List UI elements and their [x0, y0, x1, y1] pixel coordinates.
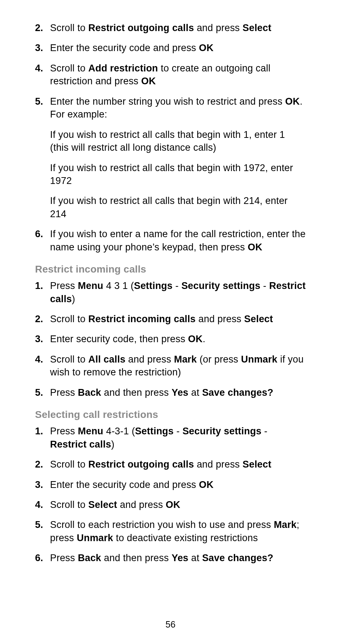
- text: to deactivate existing restrictions: [113, 533, 258, 543]
- bold-text: Select: [244, 314, 273, 324]
- text: -: [260, 280, 269, 291]
- bold-text: Save changes?: [202, 553, 273, 563]
- list-item-number: 5.: [35, 386, 50, 399]
- paragraph: If you wish to restrict all calls that b…: [50, 128, 306, 154]
- list-item-body: Scroll to Add restriction to create an o…: [50, 62, 306, 88]
- bold-text: OK: [166, 499, 181, 510]
- bold-text: Select: [88, 499, 117, 510]
- list-item-body: Press Back and then press Yes at Save ch…: [50, 551, 306, 564]
- list-item-number: 6.: [35, 551, 50, 564]
- list-item: 2.Scroll to Restrict outgoing calls and …: [35, 21, 306, 34]
- text: Press: [50, 426, 78, 436]
- paragraph: Enter the number string you wish to rest…: [50, 95, 306, 121]
- list-item: 6.Press Back and then press Yes at Save …: [35, 551, 306, 564]
- list-item-body: Enter the security code and press OK: [50, 41, 306, 54]
- list-item: 1.Press Menu 4 3 1 (Settings - Security …: [35, 279, 306, 305]
- text: Scroll to: [50, 354, 88, 365]
- bold-text: OK: [285, 96, 300, 107]
- document-page: 2.Scroll to Restrict outgoing calls and …: [0, 0, 341, 644]
- bold-text: Security settings: [181, 280, 260, 291]
- paragraph: Enter the security code and press OK: [50, 41, 306, 54]
- list-item: 6.If you wish to enter a name for the ca…: [35, 228, 306, 254]
- list-item-body: Scroll to Restrict outgoing calls and pr…: [50, 21, 306, 34]
- list-item: 4.Scroll to Select and press OK: [35, 498, 306, 511]
- section-heading: Selecting call restrictions: [35, 409, 306, 420]
- list-item: 4.Scroll to Add restriction to create an…: [35, 62, 306, 88]
- list-item-number: 5.: [35, 518, 50, 531]
- list-item: 3.Enter the security code and press OK: [35, 478, 306, 491]
- bold-text: OK: [199, 43, 214, 53]
- bold-text: Add restriction: [88, 63, 158, 74]
- section-heading: Restrict incoming calls: [35, 264, 306, 275]
- text: and then press: [101, 387, 172, 398]
- bold-text: Settings: [135, 426, 174, 436]
- bold-text: Security settings: [182, 426, 261, 436]
- text: and press: [196, 314, 244, 324]
- bold-text: All calls: [88, 354, 125, 365]
- bold-text: Settings: [134, 280, 173, 291]
- paragraph: Enter security code, then press OK.: [50, 333, 306, 345]
- bold-text: Menu: [78, 280, 103, 291]
- bold-text: OK: [188, 334, 203, 344]
- list-item-number: 4.: [35, 353, 50, 366]
- list-item: 1.Press Menu 4-3-1 (Settings - Security …: [35, 425, 306, 451]
- bold-text: Restrict outgoing calls: [88, 23, 194, 33]
- paragraph: Press Menu 4-3-1 (Settings - Security se…: [50, 425, 306, 451]
- paragraph: If you wish to restrict all calls that b…: [50, 194, 306, 220]
- bold-text: Yes: [172, 553, 188, 563]
- paragraph: Scroll to All calls and press Mark (or p…: [50, 353, 306, 379]
- text: Scroll to: [50, 499, 88, 510]
- bold-text: OK: [141, 76, 156, 86]
- text: ): [72, 294, 75, 304]
- text: 4-3-1 (: [103, 426, 135, 436]
- text: If you wish to restrict all calls that b…: [50, 163, 293, 186]
- list-item-number: 2.: [35, 458, 50, 471]
- list-item-body: Press Menu 4-3-1 (Settings - Security se…: [50, 425, 306, 451]
- list-item-body: Enter the security code and press OK: [50, 478, 306, 491]
- list-item-number: 2.: [35, 21, 50, 34]
- text: Scroll to: [50, 23, 88, 33]
- list-item-body: Scroll to Select and press OK: [50, 498, 306, 511]
- text: -: [174, 426, 183, 436]
- text: and press: [117, 499, 166, 510]
- bold-text: Unmark: [241, 354, 277, 365]
- bold-text: OK: [199, 479, 214, 490]
- page-number: 56: [0, 619, 341, 630]
- list-item: 3.Enter security code, then press OK.: [35, 333, 306, 345]
- bold-text: Mark: [174, 354, 197, 365]
- text: Scroll to: [50, 63, 88, 74]
- paragraph: Scroll to Add restriction to create an o…: [50, 62, 306, 88]
- text: Enter the number string you wish to rest…: [50, 96, 285, 107]
- text: and press: [194, 23, 243, 33]
- text: Press: [50, 280, 78, 291]
- list-item: 2.Scroll to Restrict outgoing calls and …: [35, 458, 306, 471]
- bold-text: Back: [78, 553, 101, 563]
- list-item-body: Scroll to Restrict outgoing calls and pr…: [50, 458, 306, 471]
- list-item: 5.Press Back and then press Yes at Save …: [35, 386, 306, 399]
- list-item-number: 1.: [35, 279, 50, 292]
- list-item-number: 3.: [35, 478, 50, 491]
- bold-text: Restrict outgoing calls: [88, 459, 194, 470]
- list-item-number: 4.: [35, 62, 50, 75]
- paragraph: Enter the security code and press OK: [50, 478, 306, 491]
- text: If you wish to restrict all calls that b…: [50, 129, 285, 153]
- text: Enter the security code and press: [50, 43, 199, 53]
- list-item-body: If you wish to enter a name for the call…: [50, 228, 306, 254]
- bold-text: Restrict incoming calls: [88, 314, 196, 324]
- paragraph: Scroll to Restrict outgoing calls and pr…: [50, 458, 306, 471]
- bold-text: Mark: [274, 519, 297, 530]
- bold-text: Save changes?: [202, 387, 273, 398]
- text: (or press: [197, 354, 241, 365]
- list-item-number: 6.: [35, 228, 50, 240]
- bold-text: Menu: [78, 426, 103, 436]
- paragraph: Scroll to Select and press OK: [50, 498, 306, 511]
- paragraph: Press Menu 4 3 1 (Settings - Security se…: [50, 279, 306, 305]
- list-item-body: Press Menu 4 3 1 (Settings - Security se…: [50, 279, 306, 305]
- list-item-number: 1.: [35, 425, 50, 438]
- text: and then press: [101, 553, 172, 563]
- text: -: [261, 426, 267, 436]
- paragraph: If you wish to restrict all calls that b…: [50, 161, 306, 188]
- bold-text: Restrict calls: [50, 439, 111, 450]
- bold-text: Yes: [172, 387, 188, 398]
- list-item-number: 3.: [35, 41, 50, 54]
